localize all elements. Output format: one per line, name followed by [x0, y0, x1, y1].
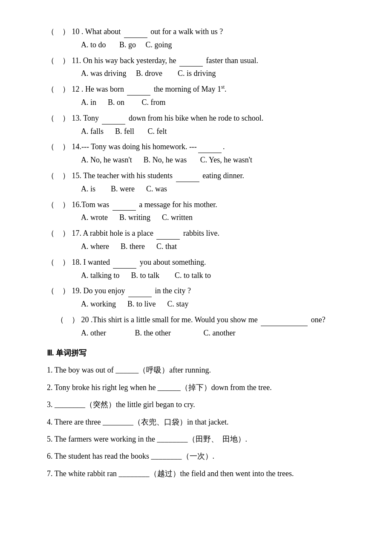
paren-right-17: ）: [62, 227, 70, 240]
paren-left-16: （: [47, 199, 55, 211]
paren-right-13: ）: [62, 112, 70, 124]
section-3: Ⅲ. 单词拼写 1. The boy was out of ______（呼吸）…: [47, 347, 345, 481]
paren-right-11: ）: [62, 55, 70, 67]
question-17: （ ） 17. A rabbit hole is a place rabbits…: [47, 227, 345, 253]
q19-answers: A. working B. to live C. stay: [47, 298, 345, 310]
question-16: （ ） 16.Tom was a message for his mother.…: [47, 199, 345, 224]
answer-blank-11: [55, 55, 62, 67]
q17-text: 17. A rabbit hole is a place rabbits liv…: [70, 227, 219, 240]
paren-right-20: ）: [72, 314, 79, 326]
paren-right-16: ）: [62, 199, 70, 211]
q12-answers: A. in B. on C. from: [47, 96, 345, 109]
question-19: （ ） 19. Do you enjoy in the city ? A. wo…: [47, 285, 345, 310]
paren-left-12: （: [47, 83, 55, 95]
answer-blank-14: [55, 141, 62, 153]
paren-right-10: ）: [62, 26, 70, 38]
question-14: （ ） 14.--- Tony was doing his homework. …: [47, 141, 345, 166]
paren-left-10: （: [47, 26, 55, 38]
fill-q3: 3. ________（突然）the little girl began to …: [47, 398, 345, 411]
paren-right-18: ）: [62, 256, 70, 269]
q14-answers: A. No, he wasn't B. No, he was C. Yes, h…: [47, 154, 345, 166]
paren-left-17: （: [47, 227, 55, 240]
q10-answers: A. to do B. go C. going: [47, 39, 345, 51]
questions-section: （ ） 10 . What about out for a walk with …: [47, 26, 345, 339]
question-18: （ ） 18. I wanted you about something. A.…: [47, 256, 345, 282]
q15-answers: A. is B. were C. was: [47, 183, 345, 195]
answer-blank-15: [55, 170, 62, 182]
q11-text: 11. On his way back yesterday, he faster…: [70, 55, 258, 67]
fill-q4: 4. There are three ________（衣兜、口袋）in tha…: [47, 415, 345, 429]
paren-left-19: （: [47, 285, 55, 297]
fill-q2: 2. Tony broke his right leg when he ____…: [47, 381, 345, 394]
answer-blank-18: [55, 256, 62, 269]
question-15: （ ） 15. The teacher with his students ea…: [47, 170, 345, 195]
answer-blank-12: [55, 83, 62, 95]
paren-left-20: （: [47, 314, 64, 326]
paren-right-12: ）: [62, 83, 70, 95]
answer-blank-20: [64, 314, 72, 326]
q10-text: 10 . What about out for a walk with us ?: [70, 26, 223, 38]
q20-text: 20 .This shirt is a little small for me.…: [79, 314, 326, 326]
q13-answers: A. falls B. fell C. felt: [47, 125, 345, 138]
question-12: （ ） 12 . He was born the morning of May …: [47, 83, 345, 109]
q17-answers: A. where B. there C. that: [47, 240, 345, 253]
fill-q5: 5. The farmers were working in the _____…: [47, 432, 345, 446]
answer-blank-13: [55, 112, 62, 124]
fill-q6: 6. The student has read the books ______…: [47, 449, 345, 463]
q20-answers: A. other B. the other C. another: [47, 327, 345, 339]
section-3-title: Ⅲ. 单词拼写: [47, 347, 345, 359]
question-10: （ ） 10 . What about out for a walk with …: [47, 26, 345, 51]
q18-text: 18. I wanted you about something.: [70, 256, 206, 269]
q11-answers: A. was driving B. drove C. is driving: [47, 67, 345, 80]
paren-right-19: ）: [62, 285, 70, 297]
answer-blank-17: [55, 227, 62, 240]
paren-right-15: ）: [62, 170, 70, 182]
paren-left-13: （: [47, 112, 55, 124]
q15-text: 15. The teacher with his students eating…: [70, 170, 244, 182]
paren-right-14: ）: [62, 141, 70, 153]
fill-q1: 1. The boy was out of ______（呼吸）after ru…: [47, 363, 345, 377]
q16-text: 16.Tom was a message for his mother.: [70, 199, 217, 211]
q18-answers: A. talking to B. to talk C. to talk to: [47, 269, 345, 282]
answer-blank-10: [55, 26, 62, 38]
paren-left-18: （: [47, 256, 55, 269]
q13-text: 13. Tony down from his bike when he rode…: [70, 112, 263, 124]
q12-text: 12 . He was born the morning of May 1st.: [70, 83, 226, 95]
q14-text: 14.--- Tony was doing his homework. ---.: [70, 141, 225, 153]
paren-left-14: （: [47, 141, 55, 153]
paren-left-15: （: [47, 170, 55, 182]
q16-answers: A. wrote B. writing C. written: [47, 211, 345, 224]
q19-text: 19. Do you enjoy in the city ?: [70, 285, 191, 297]
question-13: （ ） 13. Tony down from his bike when he …: [47, 112, 345, 138]
paren-left-11: （: [47, 55, 55, 67]
fill-q7: 7. The white rabbit ran ________（越过）the …: [47, 467, 345, 480]
question-11: （ ） 11. On his way back yesterday, he fa…: [47, 55, 345, 80]
answer-blank-16: [55, 199, 62, 211]
answer-blank-19: [55, 285, 62, 297]
question-20: （ ） 20 .This shirt is a little small for…: [47, 314, 345, 339]
